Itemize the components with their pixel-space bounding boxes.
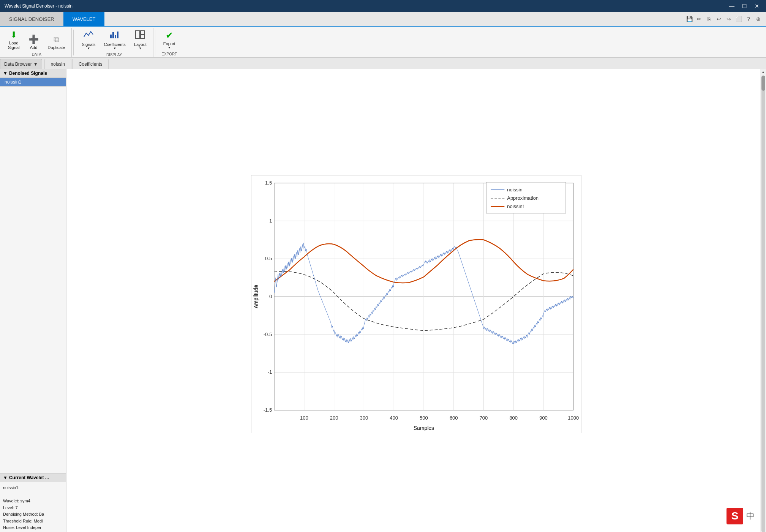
denoised-signals-label: Denoised Signals <box>9 71 47 76</box>
svg-text:800: 800 <box>509 415 518 421</box>
wavelet-info: noissin1: Wavelet: sym4 Level: 7 Denoisi… <box>0 482 66 532</box>
wavelet-info-line5: Threshold Rule: Medi <box>3 518 63 525</box>
coefficients-arrow: ▼ <box>113 47 116 50</box>
load-label: LoadSignal <box>8 41 20 50</box>
utility-toolbar: 💾 ✏ ⎘ ↩ ↪ ⬜ ? ⊕ <box>685 12 766 26</box>
wavelet-info-line3: Level: 7 <box>3 505 63 511</box>
coefficients-icon <box>109 30 120 41</box>
svg-text:1000: 1000 <box>568 415 579 421</box>
legend-noissin: noissin <box>507 186 522 192</box>
vertical-scrollbar-track[interactable] <box>761 76 765 532</box>
scroll-up-icon[interactable]: ▲ <box>761 69 766 75</box>
redo-icon[interactable]: ↪ <box>724 14 733 24</box>
tab-signal-denoiser[interactable]: SIGNAL DENOISER <box>0 12 63 26</box>
window-title: Wavelet Signal Denoiser - noissin <box>5 3 73 9</box>
x-label: Samples <box>414 425 434 431</box>
layout-button[interactable]: Layout ▼ <box>131 28 150 52</box>
signals-button[interactable]: Signals ▼ <box>78 28 99 52</box>
close-button[interactable]: ✕ <box>752 2 761 10</box>
legend-approximation: Approximation <box>507 195 539 200</box>
noissin1-item[interactable]: noissin1 <box>0 78 66 87</box>
legend-noissin1: noissin1 <box>507 203 525 209</box>
load-signal-button[interactable]: ⬇ LoadSignal <box>5 28 23 52</box>
tab-coefficients[interactable]: Coefficients <box>72 59 109 69</box>
coefficients-button[interactable]: Coefficients ▼ <box>101 28 129 52</box>
wavelet-info-line2: Wavelet: sym4 <box>3 498 63 505</box>
edit-icon[interactable]: ✏ <box>695 14 704 24</box>
undo-icon[interactable]: ↩ <box>714 14 723 24</box>
svg-text:0.5: 0.5 <box>265 256 272 261</box>
sidebar: ▼ Denoised Signals noissin1 ▼ Current Wa… <box>0 69 66 532</box>
export-group-label: EXPORT <box>160 52 179 56</box>
load-icon: ⬇ <box>10 30 17 40</box>
chart-svg: 1.5 1 0.5 0 -0.5 -1 -1.5 100 200 300 400 <box>251 175 581 433</box>
right-scrollbar[interactable]: ▲ ▼ <box>760 69 766 532</box>
svg-text:-1.5: -1.5 <box>264 407 272 413</box>
signals-icon <box>83 30 94 41</box>
main-layout: ▼ Denoised Signals noissin1 ▼ Current Wa… <box>0 69 766 532</box>
main-content: 1.5 1 0.5 0 -0.5 -1 -1.5 100 200 300 400 <box>66 69 766 532</box>
add-button[interactable]: ➕ Add <box>25 33 43 52</box>
svg-text:1: 1 <box>269 218 272 223</box>
ribbon-group-data: ⬇ LoadSignal ➕ Add ⧉ Duplicate DATA <box>2 28 72 57</box>
svg-text:-0.5: -0.5 <box>264 331 272 337</box>
svg-rect-4 <box>136 31 140 38</box>
watermark-s-icon: S <box>727 508 743 524</box>
minimize-button[interactable]: — <box>727 2 737 10</box>
denoised-signals-header[interactable]: ▼ Denoised Signals <box>0 69 66 78</box>
wavelet-info-line0: noissin1: <box>3 485 63 491</box>
ribbon-group-display: Signals ▼ Coefficients ▼ <box>75 28 153 57</box>
y-label: Amplitude <box>253 284 259 308</box>
svg-rect-2 <box>115 35 116 38</box>
svg-text:1.5: 1.5 <box>265 180 272 185</box>
vertical-scrollbar-thumb[interactable] <box>761 76 765 91</box>
add-icon: ➕ <box>28 35 39 44</box>
export-label: Export <box>163 41 175 46</box>
data-group-label: DATA <box>5 52 68 57</box>
help-icon[interactable]: ? <box>744 14 753 24</box>
export-button[interactable]: ✔ Export ▼ <box>160 28 179 51</box>
save-icon[interactable]: 💾 <box>685 14 694 24</box>
maximize-button[interactable]: ☐ <box>740 2 749 10</box>
collapse2-icon: ▼ <box>3 475 8 480</box>
display-group-label: DISPLAY <box>78 53 150 57</box>
svg-text:0: 0 <box>269 294 272 299</box>
coefficients-label: Coefficients <box>104 42 126 47</box>
ribbon-toolbar: ⬇ LoadSignal ➕ Add ⧉ Duplicate DATA <box>0 27 766 58</box>
svg-text:-1: -1 <box>268 369 272 375</box>
chart-container: 1.5 1 0.5 0 -0.5 -1 -1.5 100 200 300 400 <box>251 175 581 433</box>
title-bar: Wavelet Signal Denoiser - noissin — ☐ ✕ <box>0 0 766 12</box>
export-arrow: ▼ <box>168 46 171 49</box>
wavelet-info-line1 <box>3 491 63 498</box>
svg-rect-3 <box>117 32 118 38</box>
layout-label: Layout <box>134 42 147 47</box>
zoom-icon[interactable]: ⊕ <box>754 14 763 24</box>
svg-text:200: 200 <box>330 415 338 421</box>
svg-text:600: 600 <box>450 415 458 421</box>
duplicate-button[interactable]: ⧉ Duplicate <box>44 33 69 52</box>
signals-arrow: ▼ <box>87 47 90 50</box>
svg-text:400: 400 <box>390 415 398 421</box>
svg-text:100: 100 <box>300 415 308 421</box>
svg-text:900: 900 <box>539 415 548 421</box>
tab-wavelet[interactable]: WAVELET <box>63 12 105 26</box>
watermark: S 中 <box>727 508 755 524</box>
current-wavelet-label: Current Wavelet ... <box>9 475 49 480</box>
collapse-icon: ▼ <box>3 71 8 76</box>
copy-icon[interactable]: ⎘ <box>704 14 714 24</box>
window-icon[interactable]: ⬜ <box>734 14 743 24</box>
chart-area: 1.5 1 0.5 0 -0.5 -1 -1.5 100 200 300 400 <box>66 69 766 532</box>
current-wavelet-header[interactable]: ▼ Current Wavelet ... <box>0 474 66 482</box>
ribbon-group-export: ✔ Export ▼ EXPORT <box>157 28 182 57</box>
signals-label: Signals <box>82 42 95 47</box>
layout-icon <box>135 30 145 41</box>
ribbon-tabs: SIGNAL DENOISER WAVELET 💾 ✏ ⎘ ↩ ↪ ⬜ ? ⊕ <box>0 12 766 27</box>
tab-noissin[interactable]: noissin <box>44 59 71 69</box>
current-wavelet-section: ▼ Current Wavelet ... noissin1: Wavelet:… <box>0 473 66 532</box>
data-browser-button[interactable]: Data Browser ▼ <box>0 59 42 69</box>
svg-rect-1 <box>112 32 114 38</box>
svg-text:300: 300 <box>360 415 368 421</box>
tab-bar: Data Browser ▼ noissin Coefficients <box>0 58 766 69</box>
wavelet-info-line4: Denoising Method: Ba <box>3 511 63 518</box>
add-label: Add <box>30 45 38 50</box>
